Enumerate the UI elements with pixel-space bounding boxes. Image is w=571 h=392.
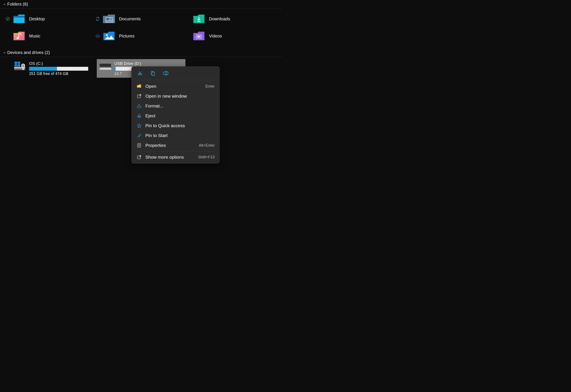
svg-rect-6 — [106, 21, 112, 21]
svg-rect-16 — [202, 34, 203, 35]
svg-rect-1 — [14, 16, 25, 17]
svg-point-10 — [106, 34, 108, 36]
folder-label: Music — [29, 34, 40, 39]
svg-rect-12 — [195, 34, 196, 35]
status-cloud-icon — [95, 33, 100, 39]
svg-point-32 — [101, 68, 101, 69]
rename-icon — [163, 71, 169, 76]
pin-icon — [136, 133, 142, 138]
svg-rect-13 — [195, 36, 196, 36]
folder-label: Videos — [209, 34, 222, 39]
svg-rect-46 — [138, 145, 140, 146]
eject-icon — [136, 113, 142, 119]
shortcut: Enter — [206, 84, 215, 89]
folder-label: Pictures — [119, 34, 134, 39]
svg-rect-31 — [100, 66, 111, 68]
copy-icon — [151, 71, 155, 76]
group-label-folders: Folders (6) — [7, 2, 28, 7]
ctx-pin-quick-access[interactable]: Pin to Quick access — [132, 121, 219, 131]
svg-rect-36 — [152, 72, 155, 76]
status-syncing-icon — [95, 16, 100, 21]
folder-item-desktop[interactable]: Desktop — [5, 13, 95, 25]
folder-item-documents[interactable]: Documents — [95, 13, 185, 25]
svg-rect-9 — [18, 34, 19, 38]
svg-rect-5 — [109, 19, 112, 20]
status-synced-icon — [5, 16, 10, 21]
status-none — [185, 16, 190, 21]
drive-usb-icon — [99, 61, 112, 72]
svg-rect-17 — [202, 36, 203, 36]
svg-rect-25 — [14, 64, 17, 66]
group-header-folders[interactable]: Folders (6) — [0, 0, 282, 9]
svg-rect-18 — [202, 37, 203, 38]
cut-button[interactable] — [136, 70, 144, 77]
svg-rect-14 — [195, 37, 196, 38]
drive-name: USB Drive (D:) — [114, 61, 184, 66]
svg-rect-15 — [195, 38, 196, 39]
ctx-open-new-window[interactable]: Open in new window — [132, 91, 219, 101]
format-icon — [136, 103, 142, 109]
copy-button[interactable] — [149, 70, 157, 77]
folder-item-music[interactable]: Music — [5, 29, 95, 42]
svg-rect-3 — [106, 18, 109, 20]
context-menu-topbar — [132, 67, 219, 80]
svg-rect-28 — [22, 65, 24, 67]
folder-item-videos[interactable]: Videos — [185, 29, 275, 42]
folder-grid: Desktop Documents Downl — [0, 9, 282, 48]
drive-os-icon — [13, 61, 27, 72]
svg-rect-4 — [109, 18, 112, 19]
folder-pictures-icon — [102, 30, 116, 42]
chevron-down-icon — [3, 51, 6, 54]
drive-item-os-c[interactable]: OS (C:) 251 GB free of 474 GB — [5, 59, 94, 78]
svg-point-0 — [6, 17, 9, 21]
svg-rect-24 — [17, 62, 20, 64]
svg-point-29 — [22, 68, 24, 70]
folder-desktop-icon — [13, 13, 26, 24]
separator — [135, 151, 216, 151]
context-menu: Open Enter Open in new window Format... … — [131, 66, 220, 164]
more-options-icon — [136, 154, 142, 160]
folder-item-pictures[interactable]: Pictures — [95, 29, 185, 42]
svg-rect-26 — [17, 64, 20, 66]
ctx-format[interactable]: Format... — [132, 101, 219, 111]
drive-free-text: 251 GB free of 474 GB — [29, 71, 92, 76]
svg-rect-37 — [163, 72, 168, 74]
svg-rect-19 — [202, 38, 203, 39]
folder-label: Downloads — [209, 16, 230, 21]
svg-rect-45 — [138, 144, 140, 145]
shortcut: Shift+F10 — [198, 155, 215, 159]
scissors-icon — [137, 71, 143, 76]
svg-rect-23 — [14, 62, 17, 64]
folder-documents-icon — [102, 13, 116, 24]
svg-rect-42 — [137, 106, 141, 108]
rename-button[interactable] — [162, 70, 169, 77]
status-none — [7, 61, 12, 66]
chevron-down-icon — [3, 3, 6, 6]
group-header-drives[interactable]: Devices and drives (2) — [0, 48, 282, 57]
folder-downloads-icon — [192, 13, 206, 24]
open-external-icon — [136, 93, 142, 99]
ctx-eject[interactable]: Eject — [132, 111, 219, 121]
drive-usage-bar — [29, 67, 88, 71]
folder-label: Desktop — [29, 16, 45, 21]
svg-rect-47 — [138, 146, 139, 146]
properties-icon — [136, 143, 142, 148]
status-none — [5, 33, 10, 39]
group-label-drives: Devices and drives (2) — [7, 50, 50, 55]
ctx-open[interactable]: Open Enter — [132, 81, 219, 91]
drive-name: OS (C:) — [29, 61, 92, 66]
folder-item-downloads[interactable]: Downloads — [185, 13, 275, 25]
shortcut: Alt+Enter — [199, 143, 215, 148]
status-none — [185, 33, 190, 39]
ctx-show-more-options[interactable]: Show more options Shift+F10 — [132, 152, 219, 162]
folder-music-icon — [13, 30, 26, 42]
ctx-properties[interactable]: Properties Alt+Enter — [132, 140, 219, 150]
folder-videos-icon — [192, 30, 206, 42]
ctx-pin-start[interactable]: Pin to Start — [132, 131, 219, 140]
svg-point-22 — [16, 69, 16, 70]
star-icon — [136, 123, 142, 128]
folder-open-icon — [136, 84, 142, 89]
svg-rect-43 — [138, 117, 141, 118]
folder-label: Documents — [119, 16, 141, 21]
svg-rect-7 — [197, 21, 200, 22]
